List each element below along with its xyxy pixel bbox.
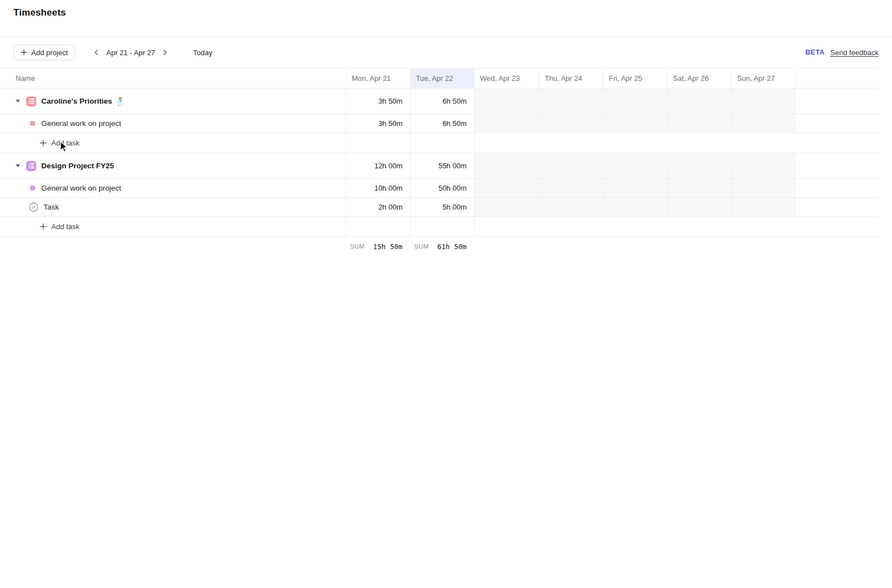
sum-value-mon: 15h 50m xyxy=(373,242,403,251)
task-name-cell[interactable]: General work on project xyxy=(0,114,346,133)
add-project-label: Add project xyxy=(31,48,68,57)
sum-row: SUM 15h 50m SUM 61h 50m xyxy=(0,237,879,256)
time-cell-wed-empty xyxy=(474,179,539,197)
time-cell-sun-empty xyxy=(731,179,796,197)
page-title: Timesheets xyxy=(13,7,879,18)
task-bullet-icon xyxy=(30,121,35,126)
task-name-cell[interactable]: Task xyxy=(0,198,346,216)
add-task-row[interactable]: Add task xyxy=(0,133,879,153)
time-cell-sun-empty xyxy=(731,198,796,216)
time-cell-thu-empty xyxy=(539,89,603,114)
column-header-thu: Thu, Apr 24 xyxy=(539,69,603,88)
trailing-cell xyxy=(796,153,879,178)
trailing-cell xyxy=(796,114,879,133)
time-cell-thu-empty xyxy=(539,153,603,178)
project-name-cell[interactable]: Design Project FY25 xyxy=(0,153,346,178)
empty-cell xyxy=(410,217,474,236)
time-cell-sat-empty xyxy=(667,198,731,216)
timesheet-grid: Name Mon, Apr 21 Tue, Apr 22 Wed, Apr 23… xyxy=(0,68,879,256)
check-circle-icon[interactable] xyxy=(29,202,38,212)
project-list-icon xyxy=(26,96,36,106)
app-header: Timesheets xyxy=(0,0,892,37)
trailing-cell xyxy=(796,198,879,216)
task-name-cell[interactable]: General work on project xyxy=(0,179,346,197)
column-header-name: Name xyxy=(0,69,346,88)
sum-cell-tue: SUM 61h 50m xyxy=(410,237,474,256)
time-cell-wed-empty xyxy=(474,89,539,114)
collapse-caret-icon[interactable] xyxy=(16,164,20,167)
time-cell-tue[interactable]: 6h 50m xyxy=(410,89,474,114)
time-cell-mon[interactable]: 3h 50m xyxy=(346,114,410,133)
sum-label: SUM xyxy=(350,243,365,250)
plus-icon xyxy=(40,223,47,230)
time-cell-mon[interactable]: 10h 00m xyxy=(346,179,410,197)
toolbar: Add project Apr 21 - Apr 27 Today BETA S… xyxy=(0,37,892,68)
time-cell-tue[interactable]: 55h 00m xyxy=(410,153,474,178)
add-project-button[interactable]: Add project xyxy=(13,45,75,60)
time-cell-tue[interactable]: 50h 00m xyxy=(410,179,474,197)
empty-cell xyxy=(474,133,539,153)
collapse-caret-icon[interactable] xyxy=(16,100,20,103)
time-cell-mon[interactable]: 12h 00m xyxy=(346,153,410,178)
task-row-general-work[interactable]: General work on project 3h 50m 6h 50m xyxy=(0,114,879,133)
task-label: General work on project xyxy=(41,184,121,192)
task-row-task[interactable]: Task 2h 00m 5h 00m xyxy=(0,198,879,217)
task-label: General work on project xyxy=(41,119,121,128)
chevron-left-icon[interactable] xyxy=(90,46,103,59)
time-cell-fri-empty xyxy=(603,198,667,216)
today-button[interactable]: Today xyxy=(193,48,212,57)
time-cell-sat-empty xyxy=(667,153,731,178)
project-title: Design Project FY25 xyxy=(41,162,114,170)
add-task-row[interactable]: Add task xyxy=(0,217,879,237)
send-feedback-link[interactable]: Send feedback xyxy=(830,48,879,57)
beta-badge: BETA xyxy=(806,48,825,56)
project-name-cell[interactable]: Caroline's Priorities 🕺 xyxy=(0,89,346,114)
time-cell-sun-empty xyxy=(731,153,796,178)
time-cell-fri-empty xyxy=(603,114,667,133)
task-bullet-icon xyxy=(30,186,35,191)
time-cell-tue[interactable]: 6h 50m xyxy=(410,114,474,133)
column-header-mon: Mon, Apr 21 xyxy=(346,69,410,88)
time-cell-mon[interactable]: 3h 50m xyxy=(346,89,410,114)
chevron-right-icon[interactable] xyxy=(158,46,172,59)
toolbar-left-group: Add project Apr 21 - Apr 27 Today xyxy=(13,45,212,60)
project-row-design-project-fy25[interactable]: Design Project FY25 12h 00m 55h 00m xyxy=(0,153,879,179)
sum-cell-mon: SUM 15h 50m xyxy=(346,237,410,256)
project-row-carolines-priorities[interactable]: Caroline's Priorities 🕺 3h 50m 6h 50m xyxy=(0,89,879,114)
empty-cell xyxy=(346,217,410,236)
time-cell-tue[interactable]: 5h 00m xyxy=(410,198,474,216)
plus-icon xyxy=(40,139,47,147)
column-header-sun: Sun, Apr 27 xyxy=(731,69,796,88)
task-label: Task xyxy=(43,203,59,211)
trailing-cell xyxy=(796,89,879,114)
time-cell-sun-empty xyxy=(731,114,796,133)
column-header-trailing xyxy=(796,69,879,88)
empty-cell xyxy=(410,133,474,153)
date-navigation: Apr 21 - Apr 27 xyxy=(90,46,172,59)
column-header-wed: Wed, Apr 23 xyxy=(474,69,539,88)
time-cell-mon[interactable]: 2h 00m xyxy=(346,198,410,216)
task-row-general-work[interactable]: General work on project 10h 00m 50h 00m xyxy=(0,179,879,198)
sum-label: SUM xyxy=(414,243,429,250)
time-cell-sun-empty xyxy=(731,89,796,114)
time-cell-thu-empty xyxy=(539,198,603,216)
time-cell-sat-empty xyxy=(667,114,731,133)
time-cell-wed-empty xyxy=(474,153,539,178)
column-header-sat: Sat, Apr 26 xyxy=(667,69,731,88)
project-title: Caroline's Priorities xyxy=(41,97,112,105)
time-cell-sat-empty xyxy=(667,89,731,114)
time-cell-wed-empty xyxy=(474,114,539,133)
time-cell-fri-empty xyxy=(603,179,667,197)
empty-cell xyxy=(346,133,410,153)
date-range-label[interactable]: Apr 21 - Apr 27 xyxy=(106,48,155,57)
column-header-fri: Fri, Apr 25 xyxy=(603,69,667,88)
add-task-button[interactable]: Add task xyxy=(0,133,346,153)
time-cell-thu-empty xyxy=(539,179,603,197)
add-task-button[interactable]: Add task xyxy=(0,217,346,236)
sum-value-tue: 61h 50m xyxy=(437,242,467,251)
time-cell-sat-empty xyxy=(667,179,731,197)
time-cell-wed-empty xyxy=(474,198,539,216)
project-list-icon xyxy=(26,161,36,171)
time-cell-thu-empty xyxy=(539,114,603,133)
table-header-row: Name Mon, Apr 21 Tue, Apr 22 Wed, Apr 23… xyxy=(0,68,879,89)
